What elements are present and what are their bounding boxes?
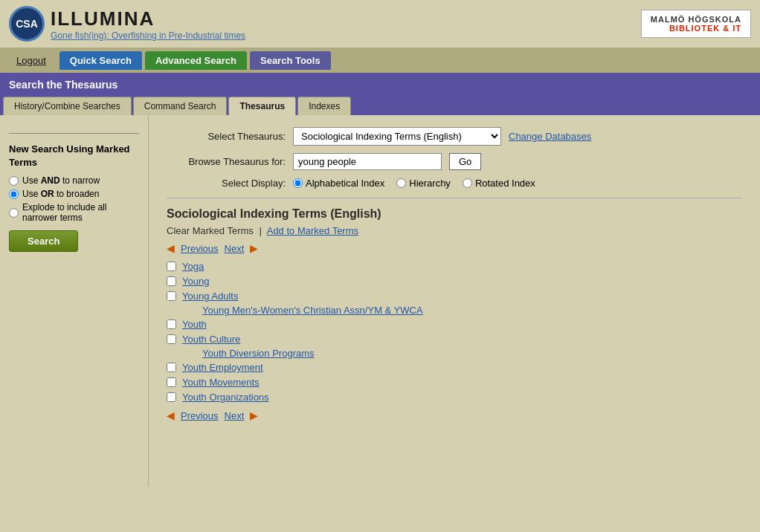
young-link[interactable]: Young (182, 276, 209, 287)
next-arrow-bottom[interactable]: ▶ (250, 409, 258, 421)
search-tools-button[interactable]: Search Tools (250, 51, 331, 70)
add-marked-link[interactable]: Add to Marked Terms (267, 225, 358, 236)
terms-list: Yoga Young Young Adults Young Men's-Wome… (167, 260, 742, 403)
youth-checkbox[interactable] (167, 319, 176, 329)
term-row: Youth Employment (167, 361, 742, 374)
content: Select Thesaurus: Sociological Indexing … (149, 115, 760, 487)
change-databases-link[interactable]: Change Databases (509, 131, 591, 142)
explode-option[interactable]: Explode to include all narrower terms (9, 202, 139, 223)
young-adults-link[interactable]: Young Adults (182, 291, 238, 302)
advanced-search-button[interactable]: Advanced Search (145, 51, 247, 70)
top-nav-row: ◀ Previous Next ▶ (167, 242, 742, 254)
tab-thesaurus[interactable]: Thesaurus (228, 97, 296, 115)
subnav: History/Combine Searches Command Search … (0, 97, 760, 115)
main: New Search Using Marked Terms Use AND to… (0, 115, 760, 487)
browse-label: Browse Thesaurus for: (167, 156, 286, 167)
tab-command[interactable]: Command Search (133, 97, 228, 115)
ymca-link[interactable]: Young Men's-Women's Christian Assn/YM & … (202, 305, 423, 316)
select-thesaurus-row: Select Thesaurus: Sociological Indexing … (167, 127, 742, 146)
youth-diversion-sub-row: Youth Diversion Programs (167, 348, 742, 359)
use-or-label: Use OR to broaden (22, 189, 99, 199)
term-row: Youth Organizations (167, 391, 742, 403)
use-and-label: Use AND to narrow (22, 175, 100, 186)
prev-arrow-top[interactable]: ◀ (167, 242, 175, 254)
browse-input[interactable] (293, 153, 442, 170)
csa-label: CSA (16, 18, 38, 30)
yoga-link[interactable]: Yoga (182, 261, 204, 272)
app-branding: ILLUMINA Gone fish(ing): Overfishing in … (51, 7, 245, 41)
youth-movements-checkbox[interactable] (167, 377, 176, 387)
youth-culture-checkbox[interactable] (167, 334, 176, 344)
new-search-title: New Search Using Marked Terms (9, 143, 139, 169)
clear-marked-link[interactable]: Clear Marked Terms (167, 225, 254, 236)
browse-row: Browse Thesaurus for: Go (167, 153, 742, 170)
explode-radio[interactable] (9, 208, 19, 218)
youth-employment-checkbox[interactable] (167, 363, 176, 372)
hierarchy-radio[interactable] (396, 178, 406, 188)
next-link-bottom[interactable]: Next (225, 410, 245, 421)
alpha-index-option[interactable]: Alphabetical Index (293, 178, 384, 189)
clear-marked-row: Clear Marked Terms | Add to Marked Terms (167, 225, 742, 236)
rotated-index-label: Rotated Index (475, 178, 535, 189)
thesaurus-select[interactable]: Sociological Indexing Terms (English) (293, 127, 501, 146)
term-row: Youth Culture (167, 333, 742, 346)
yoga-checkbox[interactable] (167, 262, 176, 271)
explode-label: Explode to include all narrower terms (22, 202, 139, 223)
quick-search-button[interactable]: Quick Search (59, 51, 142, 70)
new-search-box: New Search Using Marked Terms Use AND to… (9, 143, 139, 252)
select-display-label: Select Display: (167, 178, 286, 189)
term-row: Youth Movements (167, 376, 742, 389)
tab-history[interactable]: History/Combine Searches (3, 97, 132, 115)
header: CSA ILLUMINA Gone fish(ing): Overfishing… (0, 0, 760, 48)
navbar: Logout Quick Search Advanced Search Sear… (0, 48, 760, 73)
term-row: Youth (167, 318, 742, 331)
use-and-radio[interactable] (9, 176, 19, 186)
prev-link-bottom[interactable]: Previous (181, 410, 219, 421)
hierarchy-option[interactable]: Hierarchy (396, 178, 451, 189)
youth-movements-link[interactable]: Youth Movements (182, 377, 260, 388)
library-name-bottom: BIBLIOTEK & IT (651, 24, 741, 33)
tab-indexes[interactable]: Indexes (297, 97, 351, 115)
prev-link-top[interactable]: Previous (181, 243, 219, 254)
alpha-index-label: Alphabetical Index (306, 178, 384, 189)
youth-organizations-link[interactable]: Youth Organizations (182, 392, 269, 403)
go-button[interactable]: Go (449, 153, 481, 170)
next-arrow-top[interactable]: ▶ (250, 242, 258, 254)
thesaurus-bar-title: Search the Thesaurus (9, 79, 117, 91)
app-name: ILLUMINA (51, 7, 245, 30)
sidebar: New Search Using Marked Terms Use AND to… (0, 115, 149, 487)
results-title: Sociological Indexing Terms (English) (167, 207, 742, 221)
use-or-radio[interactable] (9, 189, 19, 199)
tagline-link[interactable]: Gone fish(ing): Overfishing in Pre-Indus… (51, 30, 245, 41)
youth-link[interactable]: Youth (182, 319, 207, 330)
form-divider (167, 198, 742, 198)
csa-logo: CSA (9, 6, 45, 42)
term-row: Young (167, 275, 742, 288)
youth-diversion-link[interactable]: Youth Diversion Programs (202, 348, 315, 359)
search-button[interactable]: Search (9, 230, 78, 252)
youth-organizations-checkbox[interactable] (167, 392, 176, 402)
young-adults-checkbox[interactable] (167, 291, 176, 301)
hierarchy-label: Hierarchy (409, 178, 451, 189)
display-options: Alphabetical Index Hierarchy Rotated Ind… (293, 178, 535, 189)
next-link-top[interactable]: Next (225, 243, 245, 254)
young-checkbox[interactable] (167, 276, 176, 286)
term-row: Yoga (167, 260, 742, 273)
select-thesaurus-label: Select Thesaurus: (167, 131, 286, 142)
youth-employment-link[interactable]: Youth Employment (182, 362, 263, 373)
select-display-row: Select Display: Alphabetical Index Hiera… (167, 178, 742, 189)
use-or-option[interactable]: Use OR to broaden (9, 189, 139, 199)
youth-culture-link[interactable]: Youth Culture (182, 334, 240, 345)
prev-arrow-bottom[interactable]: ◀ (167, 409, 175, 421)
term-row: Young Adults (167, 290, 742, 302)
sidebar-divider (9, 133, 139, 134)
logout-button[interactable]: Logout (6, 51, 57, 70)
library-badge: MALMÖ HÖGSKOLA BIBLIOTEK & IT (641, 10, 751, 38)
use-and-option[interactable]: Use AND to narrow (9, 175, 139, 186)
rotated-index-radio[interactable] (463, 178, 472, 188)
library-name-top: MALMÖ HÖGSKOLA (651, 15, 741, 24)
alpha-index-radio[interactable] (293, 178, 303, 188)
thesaurus-bar: Search the Thesaurus (0, 73, 760, 97)
logo-area: CSA ILLUMINA Gone fish(ing): Overfishing… (9, 6, 245, 42)
rotated-index-option[interactable]: Rotated Index (463, 178, 535, 189)
